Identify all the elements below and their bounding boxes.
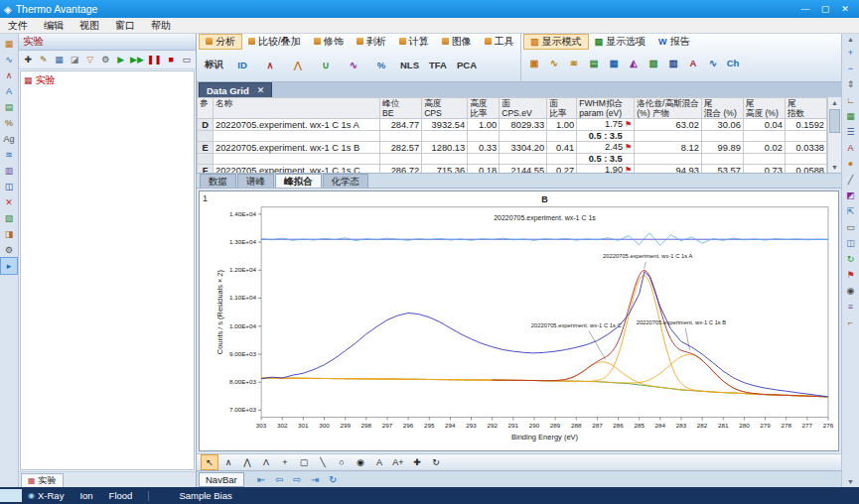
grid-scrollbar[interactable]: ▲ ▼: [827, 97, 841, 173]
grid-column-header[interactable]: 尾高度 (%): [743, 98, 785, 119]
copy-icon[interactable]: ◫: [843, 235, 859, 251]
grid-cell[interactable]: 20220705.experiment. wx-1 C 1s A: [214, 119, 380, 131]
delete-icon[interactable]: ✕: [1, 194, 17, 210]
quantify-icon[interactable]: %: [1, 115, 17, 131]
grid-cell[interactable]: [785, 131, 826, 142]
layers-icon[interactable]: ≡: [843, 299, 859, 315]
grid-cell[interactable]: 1.00: [468, 119, 500, 131]
nav-last-button[interactable]: ⇥: [308, 474, 323, 485]
grid-column-header[interactable]: FWHM拟合param (eV): [577, 98, 635, 119]
grid-cell[interactable]: 715.36: [422, 165, 468, 175]
grid-cell[interactable]: [468, 131, 500, 142]
annotate-display-icon[interactable]: A: [684, 55, 702, 72]
grid-cell[interactable]: [468, 154, 500, 165]
grid-cell[interactable]: 286.72: [380, 165, 422, 175]
nls-fit-tool[interactable]: NLS: [396, 52, 423, 77]
grid-cell[interactable]: [214, 154, 380, 165]
peak-width-tool[interactable]: Λ: [257, 454, 275, 470]
run-all-icon[interactable]: ▶▶: [129, 52, 145, 68]
report-icon[interactable]: ▧: [1, 210, 17, 226]
menu-file[interactable]: 文件: [0, 19, 36, 33]
grid-cell[interactable]: 53.57: [701, 165, 743, 175]
grid-icon[interactable]: ▦: [52, 52, 67, 68]
grid-cell[interactable]: [198, 154, 214, 165]
grid-cell[interactable]: [547, 131, 577, 142]
image-display-icon[interactable]: ▧: [644, 55, 662, 72]
identify-tool[interactable]: 标识: [201, 52, 227, 77]
display-mode-tab[interactable]: ▥ 显示模式: [524, 35, 588, 49]
peak-add-tool[interactable]: ∧: [257, 52, 283, 77]
grid-cell[interactable]: 0.41: [547, 142, 577, 154]
grid-cell[interactable]: 0.1592: [785, 119, 826, 131]
grid-cell[interactable]: [422, 131, 468, 142]
erase-icon[interactable]: ◪: [68, 52, 82, 68]
grid-cell[interactable]: [380, 154, 422, 165]
grid-row[interactable]: 0.5 : 3.5: [198, 131, 827, 142]
legend-icon[interactable]: ☰: [843, 124, 859, 140]
ribbon-tab-analyze[interactable]: 分析: [200, 35, 241, 49]
grid-column-header[interactable]: 名称: [214, 98, 380, 119]
grid-cell[interactable]: 284.77: [380, 119, 422, 131]
nav-refresh-button[interactable]: ↻: [326, 474, 341, 485]
nav-first-button[interactable]: ⇤: [254, 474, 269, 485]
3d-view-icon[interactable]: ◭: [625, 55, 643, 72]
grid-column-header[interactable]: 峰位BE: [380, 98, 422, 119]
grid-cell[interactable]: 0.5 : 3.5: [577, 131, 635, 142]
spectrum-chart[interactable]: B20220705.experiment. wx-1 C 1s7.00E+038…: [212, 191, 838, 450]
export-icon[interactable]: ⇱: [843, 203, 859, 219]
grid-cell[interactable]: 63.02: [635, 119, 702, 131]
grid-cell[interactable]: 99.89: [701, 142, 743, 154]
grid-cell[interactable]: 2.45⚑: [577, 142, 635, 154]
grid-cell[interactable]: 3304.20: [500, 142, 547, 154]
grid-cell[interactable]: 20220705.experiment. wx-1 C 1s C: [214, 165, 380, 175]
stacked-view-icon[interactable]: ▤: [585, 55, 603, 72]
maximize-button[interactable]: ▢: [815, 4, 835, 14]
view-tab-data[interactable]: 数据: [200, 174, 236, 188]
ribbon-tab-compare-overlay[interactable]: 比较/叠加: [242, 35, 307, 49]
axes-icon[interactable]: ∟: [843, 92, 859, 108]
print-icon[interactable]: ▭: [843, 219, 859, 235]
grid-cell[interactable]: D: [198, 119, 214, 131]
line-style-icon[interactable]: ╱: [843, 172, 859, 188]
grid-column-header[interactable]: 高度比率: [468, 98, 500, 119]
grid-cell[interactable]: 2144.55: [500, 165, 547, 175]
ribbon-tab-annotate[interactable]: 修饰: [308, 35, 350, 49]
pin-icon[interactable]: ⚑: [843, 267, 859, 283]
grid-cell[interactable]: [422, 154, 468, 165]
window-icon[interactable]: ▭: [179, 52, 194, 68]
menu-edit[interactable]: 编辑: [36, 19, 72, 33]
pause-icon[interactable]: ❚❚: [146, 52, 163, 68]
grid-cell[interactable]: 3932.54: [422, 119, 468, 131]
grid-row[interactable]: D20220705.experiment. wx-1 C 1s A284.773…: [198, 119, 827, 131]
add-icon[interactable]: ✚: [21, 52, 36, 68]
grid-cell[interactable]: 20220705.experiment. wx-1 C 1s B: [214, 142, 380, 154]
run-icon[interactable]: ▶: [113, 52, 128, 68]
experiment-bottom-tab[interactable]: ▦ 实验: [21, 473, 64, 487]
grid-cell[interactable]: [701, 131, 743, 142]
grid-cell[interactable]: 1280.13: [422, 142, 468, 154]
marker-icon[interactable]: ●: [843, 156, 859, 172]
tfa-tool[interactable]: TFA: [425, 52, 451, 77]
navigator-icon[interactable]: ▸: [1, 258, 17, 274]
new-experiment-icon[interactable]: ▦: [1, 36, 17, 52]
element-id-icon[interactable]: A: [1, 83, 17, 99]
grid-cell[interactable]: 1.90⚑: [577, 165, 635, 175]
add-doublet-tool[interactable]: ⋀: [238, 454, 256, 470]
add-peak-tool[interactable]: ∧: [219, 454, 237, 470]
grid-column-header[interactable]: 尾混合 (%): [701, 98, 743, 119]
grid-cell[interactable]: [380, 131, 422, 142]
view-tool[interactable]: ◉: [352, 454, 369, 470]
grid-cell[interactable]: [500, 131, 547, 142]
camera-icon[interactable]: ◉: [843, 283, 859, 299]
grid-row[interactable]: E20220705.experiment. wx-1 C 1s B282.571…: [198, 142, 827, 154]
depth-profile-icon[interactable]: ≋: [1, 147, 17, 163]
grid-cell[interactable]: F: [198, 165, 214, 175]
zoom-reset-tool[interactable]: ↻: [427, 454, 445, 470]
grid-cell[interactable]: 1.00: [547, 119, 577, 131]
scroll-up-icon[interactable]: ▲: [831, 97, 838, 108]
grid-cell[interactable]: 0.27: [547, 165, 577, 175]
smart-fit-icon[interactable]: ∧: [1, 67, 17, 83]
nav-next-button[interactable]: ⇨: [290, 474, 305, 485]
grid-cell[interactable]: [635, 131, 702, 142]
grid-cell[interactable]: 1.75⚑: [577, 119, 635, 131]
